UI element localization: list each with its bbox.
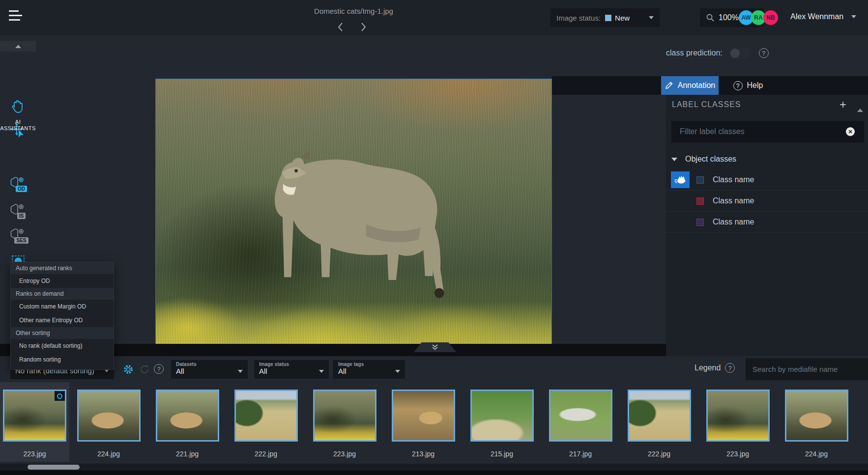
tab-help[interactable]: ? Help	[719, 76, 778, 95]
class-name: Class name	[713, 218, 754, 226]
is-chip: IS	[17, 213, 26, 219]
refresh-icon	[139, 364, 150, 375]
filmstrip-item[interactable]: 223.jpg	[0, 382, 69, 462]
page-title: Domestic cats/Img-1.jpg	[155, 7, 552, 15]
filmstrip-item[interactable]: 215.jpg	[463, 382, 541, 462]
class-color-swatch[interactable]	[696, 219, 704, 226]
instance-segmentation-assistant-button[interactable]: IS	[0, 204, 36, 219]
datasets-filter-dropdown[interactable]: Datasets All	[171, 360, 248, 379]
filmstrip-item[interactable]: 223.jpg	[305, 382, 384, 462]
double-chevron-down-icon	[431, 344, 439, 351]
thumbnail-image[interactable]	[628, 390, 691, 442]
label-class-row[interactable]: Class name	[666, 191, 868, 212]
object-detection-assistant-button[interactable]: OD	[0, 177, 36, 192]
mediafile-search-input[interactable]	[746, 358, 868, 380]
collaborator-avatars: AWRANB	[741, 10, 778, 25]
filmstrip-item[interactable]: 224.jpg	[69, 382, 148, 462]
filter-label-classes-input[interactable]	[671, 121, 864, 142]
filmstrip-item[interactable]: 223.jpg	[698, 382, 777, 462]
image-tags-filter-label: Image tags	[338, 362, 400, 367]
add-class-button[interactable]: +	[839, 100, 846, 110]
menu-item[interactable]: Other name Entropy OD	[11, 313, 114, 327]
menu-item[interactable]: Entropy OD	[11, 274, 114, 288]
label-class-row[interactable]: Class name	[666, 212, 868, 233]
menu-group-header: Other sorting	[11, 327, 114, 339]
legend-label: Legend	[694, 363, 721, 372]
image-tags-filter-dropdown[interactable]: Image tags All	[333, 360, 405, 379]
gear-icon	[123, 364, 134, 375]
object-classes-group-toggle[interactable]: Object classes	[671, 155, 736, 164]
thumbnail-filename: 224.jpg	[805, 450, 828, 458]
thumbnail-filename: 223.jpg	[333, 450, 356, 458]
legend-control[interactable]: Legend ?	[694, 363, 735, 373]
ai-assistants-section-label: AI ASSISTANTS	[0, 119, 36, 132]
chevron-down-icon	[851, 15, 856, 18]
rank-help-button[interactable]: ?	[154, 364, 165, 375]
filmstrip-item[interactable]: 224.jpg	[777, 382, 856, 462]
class-color-swatch[interactable]	[696, 197, 704, 205]
image-status-filter-dropdown[interactable]: Image status All	[254, 360, 329, 379]
label-class-row[interactable]: Class name	[666, 169, 868, 191]
user-account-menu[interactable]: Alex Wennman	[790, 12, 856, 21]
filmstrip: 223.jpg224.jpg221.jpg222.jpg223.jpg213.j…	[0, 382, 868, 462]
thumbnail-filename: 222.jpg	[255, 450, 277, 458]
hedgehog-icon	[674, 175, 686, 184]
collapse-section-button[interactable]	[857, 100, 863, 109]
thumbnail-image[interactable]	[785, 390, 848, 442]
menu-item[interactable]: No rank (default sorting)	[11, 339, 114, 353]
thumbnail-image[interactable]	[392, 390, 455, 442]
annotation-canvas[interactable]	[155, 79, 552, 344]
caret-up-icon	[857, 100, 863, 112]
filmstrip-scrollbar-thumb[interactable]	[28, 465, 80, 470]
filmstrip-item[interactable]: 222.jpg	[620, 382, 698, 462]
status-new-color-square	[605, 15, 611, 21]
avatar[interactable]: NB	[763, 10, 778, 25]
search-magnifier-icon	[706, 13, 715, 22]
class-prediction-label: class prediction:	[666, 49, 723, 57]
toggle-knob	[730, 49, 740, 58]
sidebar-scroll-up-button[interactable]	[0, 41, 36, 52]
filmstrip-scrollbar-track[interactable]	[0, 464, 868, 471]
filmstrip-item[interactable]: 217.jpg	[541, 382, 620, 462]
filmstrip-item[interactable]: 222.jpg	[227, 382, 305, 462]
question-mark-icon: ?	[154, 364, 164, 374]
thumbnail-filename: 222.jpg	[648, 450, 670, 458]
previous-image-button[interactable]	[335, 22, 346, 32]
thumbnail-image[interactable]	[234, 390, 298, 442]
thumbnail-image[interactable]	[470, 390, 534, 442]
thumbnail-filename: 215.jpg	[491, 450, 513, 458]
ses-chip: SES	[14, 237, 28, 244]
tab-annotation-label: Annotation	[678, 81, 716, 90]
thumbnail-image[interactable]	[706, 390, 770, 442]
semantic-segmentation-assistant-button[interactable]: SES	[0, 228, 36, 244]
menu-item[interactable]: Random sorting	[11, 353, 114, 366]
refresh-ranks-button[interactable]	[139, 364, 150, 375]
next-image-button[interactable]	[358, 22, 369, 32]
pan-tool-button[interactable]	[0, 98, 36, 114]
label-classes-panel: LABEL CLASSES + ✕ Object classes Class n…	[666, 95, 868, 356]
smart-tool-button[interactable]	[671, 171, 690, 188]
filmstrip-item[interactable]: 213.jpg	[384, 382, 463, 462]
menu-group-header: Ranks on demand	[11, 288, 114, 300]
image-status-dropdown[interactable]: Image status: New	[550, 8, 660, 27]
class-color-swatch[interactable]	[696, 176, 704, 184]
clear-filter-button[interactable]: ✕	[846, 127, 855, 136]
label-classes-title: LABEL CLASSES	[672, 100, 741, 109]
thumbnail-image[interactable]	[156, 390, 219, 442]
thumbnail-filename: 213.jpg	[412, 450, 434, 458]
thumbnail-image[interactable]	[77, 390, 141, 442]
thumbnail-image[interactable]	[3, 390, 66, 442]
menu-item[interactable]: Custom name Margin OD	[11, 300, 114, 313]
panel-tab-bar: Annotation ? Help	[552, 76, 868, 95]
filmstrip-item[interactable]: 221.jpg	[148, 382, 227, 462]
thumbnail-image[interactable]	[313, 390, 376, 442]
question-mark-icon: ?	[733, 81, 743, 90]
class-prediction-toggle[interactable]	[729, 48, 751, 59]
image-tags-filter-value: All	[338, 367, 347, 375]
rank-settings-button[interactable]	[123, 364, 134, 375]
active-learning-rank-menu: Auto generated ranksEntropy ODRanks on d…	[10, 262, 114, 370]
class-prediction-row: class prediction: ?	[666, 43, 813, 63]
tab-annotation[interactable]: Annotation	[661, 76, 719, 95]
hamburger-menu-icon[interactable]	[9, 10, 28, 25]
thumbnail-image[interactable]	[549, 390, 612, 442]
